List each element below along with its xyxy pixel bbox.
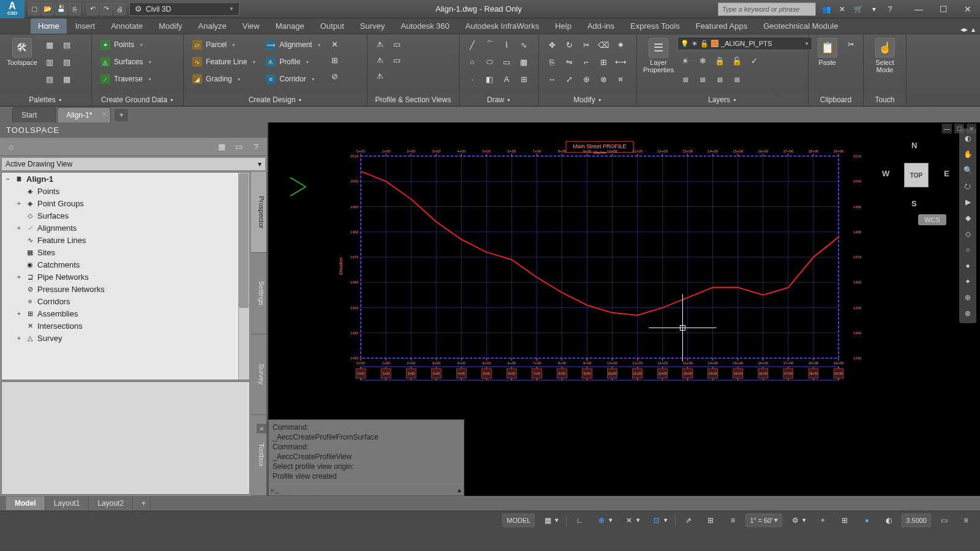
undo-icon[interactable]: ↶	[86, 3, 99, 15]
cut-icon[interactable]: ✂	[843, 37, 858, 51]
new-tab-button[interactable]: +	[115, 109, 128, 121]
layer-tool-6[interactable]: ≣	[677, 71, 693, 87]
viewcube-top[interactable]: TOP	[904, 163, 929, 187]
tree-node-alignments[interactable]: +⟋Alignments	[2, 222, 249, 234]
minimize-button[interactable]: —	[907, 1, 931, 17]
app-menu-button[interactable]: A C3D	[0, 0, 24, 18]
file-tab[interactable]: Start	[12, 107, 56, 122]
explode-icon[interactable]: ✷	[612, 37, 628, 53]
stretch-icon[interactable]: ↔	[544, 71, 560, 87]
nav-extra-1[interactable]: ◆	[962, 212, 974, 224]
nav-orbit-icon[interactable]: ⭮	[962, 180, 974, 192]
layer-tool-2[interactable]: ❄	[695, 53, 710, 69]
featureline-button[interactable]: ∿Feature Line▼	[189, 54, 260, 70]
psv-btn-4[interactable]: ▭	[390, 37, 404, 51]
ribbon-tab-express-tools[interactable]: Express Tools	[623, 18, 687, 34]
tree-node-feature-lines[interactable]: ∿Feature Lines	[2, 234, 249, 246]
layer-tool-1[interactable]: ☀	[677, 53, 693, 69]
command-window[interactable]: ✕ Command: _AeccCreateProfileFromSurface…	[268, 419, 464, 496]
new-icon[interactable]: ▢	[28, 3, 40, 15]
autodesk360-icon[interactable]: ✕	[835, 2, 849, 16]
saveas-icon[interactable]: ⎘	[69, 3, 81, 15]
viewcube[interactable]: N S E W TOP	[882, 141, 949, 208]
ts-home-icon[interactable]: ⌂	[4, 140, 18, 154]
tree-node-point-groups[interactable]: +◈Point Groups	[2, 197, 249, 209]
stayconnected-icon[interactable]: ▾	[867, 2, 881, 16]
tree-node-pipe-networks[interactable]: +⊒Pipe Networks	[2, 271, 249, 283]
ribbon-tab-add-ins[interactable]: Add-ins	[580, 18, 622, 34]
ts-view-icon-2[interactable]: ▭	[232, 140, 246, 154]
cleanscreen-icon[interactable]: ▭	[935, 514, 953, 527]
close-button[interactable]: ✕	[956, 1, 980, 17]
nav-extra-2[interactable]: ◇	[962, 228, 974, 240]
offset-icon[interactable]: ⟷	[612, 54, 628, 70]
ribbon-tab-help[interactable]: Help	[548, 18, 579, 34]
cmd-close-icon[interactable]: ✕	[257, 424, 266, 433]
psv-btn-2[interactable]: ⩚	[372, 53, 387, 67]
dyninput-icon[interactable]: ⊞	[701, 514, 720, 527]
polar-toggle-icon[interactable]: ✕▾	[620, 514, 644, 527]
customize-status-icon[interactable]: ≡	[957, 514, 975, 527]
ribbon-tab-output[interactable]: Output	[313, 18, 352, 34]
ribbon-tab-manage[interactable]: Manage	[268, 18, 312, 34]
open-icon[interactable]: 📂	[42, 3, 54, 15]
layerprops-button[interactable]: ☰ Layer Properties	[642, 37, 675, 75]
region-icon[interactable]: ◧	[481, 71, 497, 87]
point-icon[interactable]: ·	[464, 71, 480, 87]
align-icon[interactable]: ≡	[612, 71, 628, 87]
maximize-button[interactable]: ☐	[931, 1, 956, 17]
pipenet-icon[interactable]: ⊘	[328, 69, 342, 83]
layer-tool-7[interactable]: ≣	[695, 71, 710, 87]
assembly-icon[interactable]: ⊞	[328, 53, 342, 67]
file-tab[interactable]: Align-1*✕	[57, 107, 111, 122]
block-icon[interactable]: ⊞	[516, 71, 532, 87]
intersection-icon[interactable]: ✕	[328, 37, 342, 51]
line-icon[interactable]: ╱	[464, 37, 480, 53]
psv-btn-3[interactable]: ⩚	[372, 69, 387, 83]
nav-pan-icon[interactable]: ✋	[962, 148, 974, 160]
parcel-button[interactable]: ▱Parcel▼	[189, 37, 260, 53]
profile-button[interactable]: ⩚Profile▼	[262, 54, 325, 70]
move-icon[interactable]: ✥	[544, 37, 560, 53]
ribbon-tab-autodesk-infraworks[interactable]: Autodesk InfraWorks	[458, 18, 546, 34]
ribbon-tab-view[interactable]: View	[235, 18, 267, 34]
palette-btn-2[interactable]: ▤	[59, 37, 75, 53]
layout-tab-layout2[interactable]: Layout2	[89, 497, 133, 510]
layer-tool-5[interactable]: ✓	[746, 53, 762, 69]
psv-btn-1[interactable]: ⩚	[372, 37, 387, 51]
tree-node-corridors[interactable]: ≡Corridors	[2, 295, 249, 307]
osnap-toggle-icon[interactable]: ⊡▾	[647, 514, 671, 527]
palette-btn-1[interactable]: ▦	[42, 37, 58, 53]
mirror-icon[interactable]: ⇋	[561, 54, 577, 70]
nav-extra-7[interactable]: ⊗	[962, 307, 974, 320]
print-icon[interactable]: 🖨	[113, 3, 126, 15]
tree-node-pressure-networks[interactable]: ⊘Pressure Networks	[2, 283, 249, 295]
gear-status-icon[interactable]: ⚙▾	[786, 514, 810, 527]
crosshair-status-icon[interactable]: +	[813, 514, 832, 527]
paste-button[interactable]: 📋 Paste	[813, 37, 841, 67]
rect-icon[interactable]: ▭	[499, 54, 514, 70]
layout-tab-layout1[interactable]: Layout1	[45, 497, 89, 510]
traverse-button[interactable]: ⟋Traverse▼	[97, 71, 156, 87]
alignment-button[interactable]: ⟿Alignment▼	[262, 37, 325, 53]
layer-tool-9[interactable]: ≣	[729, 71, 745, 87]
workspace-dropdown[interactable]: ⚙ Civil 3D ▼	[129, 2, 239, 16]
ribbon-tab-analyze[interactable]: Analyze	[191, 18, 234, 34]
command-input[interactable]	[281, 485, 455, 494]
isolate-icon[interactable]: ●	[858, 514, 876, 527]
layer-tool-3[interactable]: 🔒	[712, 53, 728, 69]
tree-node-assemblies[interactable]: +⊞Assemblies	[2, 307, 249, 320]
arc-icon[interactable]: ⌒	[481, 37, 497, 53]
redo-icon[interactable]: ↷	[100, 3, 112, 15]
spline-icon[interactable]: ∿	[516, 37, 532, 53]
nav-extra-3[interactable]: ○	[962, 244, 974, 256]
toolspace-button[interactable]: 🛠 Toolspace	[5, 37, 39, 67]
toolspace-tab-survey[interactable]: Survey	[251, 334, 266, 415]
snap-toggle-icon[interactable]: ∟	[570, 514, 589, 527]
nav-wheel-icon[interactable]: ◐	[962, 132, 974, 144]
tree-node-sites[interactable]: ▦Sites	[2, 246, 249, 258]
signin-icon[interactable]: 👥	[820, 2, 833, 16]
modelspace-toggle[interactable]: MODEL	[502, 514, 535, 527]
exchange-icon[interactable]: 🛒	[851, 2, 865, 16]
tree-node-surfaces[interactable]: ◇Surfaces	[2, 209, 249, 222]
